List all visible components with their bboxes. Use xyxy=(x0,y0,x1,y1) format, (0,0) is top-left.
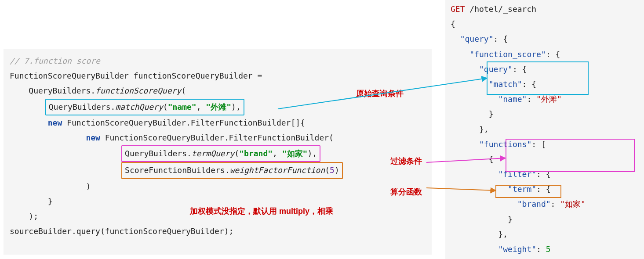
json-term-box xyxy=(506,139,635,172)
json-weight-box xyxy=(495,185,561,198)
java-comment: // 7.function score xyxy=(10,54,427,68)
java-line-4: new FunctionScoreQueryBuilder.FilterFunc… xyxy=(10,115,427,130)
json-line-8: } xyxy=(451,107,640,122)
java-line-7: ScoreFunctionBuilders.weightFactorFuncti… xyxy=(10,162,427,179)
json-match-box xyxy=(487,61,589,95)
java-line-1: FunctionScoreQueryBuilder functionScoreQ… xyxy=(10,68,427,83)
label-original-query: 原始查询条件 xyxy=(356,86,404,101)
java-line-5: new FunctionScoreQueryBuilder.FilterFunc… xyxy=(10,130,427,145)
json-line-4: "function_score": { xyxy=(451,47,640,62)
json-line-14: "brand": "如家" xyxy=(451,197,640,212)
json-line-16: }, xyxy=(451,227,640,242)
json-line-3: "query": { xyxy=(451,32,640,47)
json-line-2: { xyxy=(451,17,640,32)
json-line-9: }, xyxy=(451,122,640,137)
label-boost-mode: 加权模式没指定，默认用 multiply，相乘 xyxy=(190,204,333,219)
term-query-box: QueryBuilders.termQuery("brand", "如家"), xyxy=(121,145,320,162)
label-score-function: 算分函数 xyxy=(390,184,422,199)
json-line-1: GET /hotel/_search xyxy=(451,2,640,17)
java-line-11: sourceBuilder.query(functionScoreQueryBu… xyxy=(10,224,427,239)
json-code-panel: GET /hotel/_search { "query": { "functio… xyxy=(445,0,644,259)
java-line-3: QueryBuilders.matchQuery("name", "外滩"), xyxy=(10,99,427,115)
java-line-8: ) xyxy=(10,179,427,194)
weight-function-box: ScoreFunctionBuilders.weightFactorFuncti… xyxy=(121,162,343,179)
json-line-18: } xyxy=(451,257,640,259)
java-line-6: QueryBuilders.termQuery("brand", "如家"), xyxy=(10,145,427,162)
json-line-17: "weight": 5 xyxy=(451,242,640,257)
json-line-15: } xyxy=(451,212,640,227)
diagram-root: // 7.function score FunctionScoreQueryBu… xyxy=(0,0,644,259)
java-code-panel: // 7.function score FunctionScoreQueryBu… xyxy=(4,49,432,255)
match-query-box: QueryBuilders.matchQuery("name", "外滩"), xyxy=(45,99,244,115)
label-filter: 过滤条件 xyxy=(390,154,422,169)
